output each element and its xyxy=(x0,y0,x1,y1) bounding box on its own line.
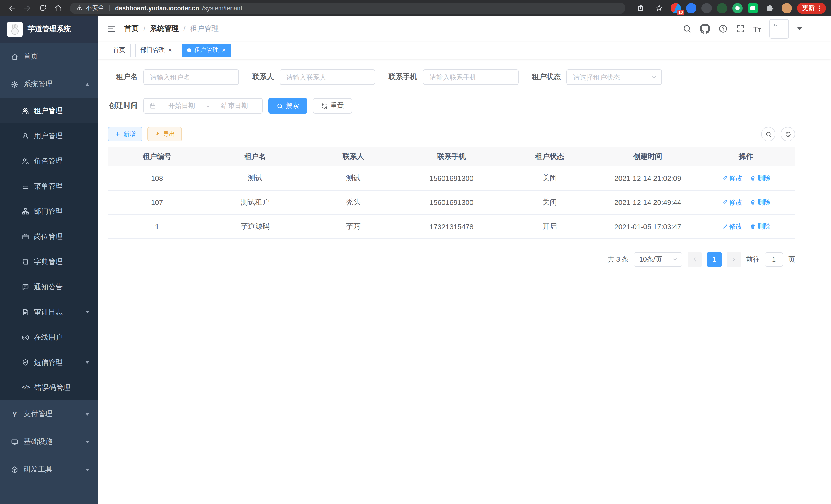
create-time-label: 创建时间 xyxy=(108,101,138,111)
extensions-puzzle-icon[interactable] xyxy=(763,1,776,14)
trash-icon xyxy=(749,175,756,181)
tab-home[interactable]: 首页 xyxy=(108,43,131,57)
security-label[interactable]: 不安全 xyxy=(86,4,104,12)
breadcrumb-system[interactable]: 系统管理 xyxy=(150,24,179,33)
caret-down-icon[interactable] xyxy=(797,27,802,30)
font-size-icon[interactable]: TT xyxy=(753,25,761,33)
table-row: 108 测试 测试 15601691300 关闭 2021-12-14 21:0… xyxy=(108,166,795,190)
date-range-picker[interactable]: 开始日期 - 结束日期 xyxy=(143,98,263,114)
header-tenant-id: 租户编号 xyxy=(108,147,206,166)
cell-status: 关闭 xyxy=(500,166,599,190)
edit-pencil-icon xyxy=(721,223,727,229)
status-select[interactable] xyxy=(566,69,662,85)
edit-link[interactable]: 修改 xyxy=(721,173,742,183)
share-icon[interactable] xyxy=(634,1,647,14)
filter-status: 租户状态 xyxy=(532,69,662,85)
extension-icon-5[interactable] xyxy=(732,3,743,13)
refresh-icon[interactable] xyxy=(781,127,795,141)
status-label: 租户状态 xyxy=(532,72,561,82)
tenant-name-input[interactable] xyxy=(143,69,239,85)
delete-link[interactable]: 删除 xyxy=(749,222,771,231)
back-icon[interactable] xyxy=(5,1,19,14)
refresh-icon xyxy=(321,102,328,109)
sidebar-item-online-user[interactable]: 在线用户 xyxy=(0,325,98,350)
page-1-button[interactable]: 1 xyxy=(707,252,721,266)
browser-profile-avatar[interactable] xyxy=(782,3,792,13)
search-button[interactable]: 搜索 xyxy=(268,98,307,114)
help-icon[interactable] xyxy=(718,24,727,33)
tab-tenant[interactable]: 租户管理 × xyxy=(182,43,231,57)
status-select-input[interactable] xyxy=(566,69,662,85)
chevron-down-icon xyxy=(651,74,657,80)
reload-icon[interactable] xyxy=(36,1,49,14)
extension-icon-4[interactable] xyxy=(717,3,727,13)
sidebar-item-audit-log[interactable]: 审计日志 xyxy=(0,299,98,325)
close-icon[interactable]: × xyxy=(168,47,172,53)
user-avatar[interactable] xyxy=(769,19,789,38)
cell-tenant-id: 1 xyxy=(108,214,206,238)
sidebar-item-tenant[interactable]: 租户管理 xyxy=(0,98,98,123)
sidebar-item-error-code[interactable]: </> 错误码管理 xyxy=(0,375,98,400)
date-range-separator: - xyxy=(207,102,209,110)
extension-icon-5-core xyxy=(736,6,740,10)
extension-icon-6[interactable] xyxy=(748,3,758,13)
github-icon[interactable] xyxy=(700,24,710,34)
close-icon[interactable]: × xyxy=(222,47,226,53)
extension-icon-3[interactable] xyxy=(701,3,712,13)
edit-link[interactable]: 修改 xyxy=(721,198,742,207)
sidebar-item-user[interactable]: 用户管理 xyxy=(0,123,98,148)
sidebar-item-dict[interactable]: 字典管理 xyxy=(0,249,98,274)
sidebar-item-sms[interactable]: 短信管理 xyxy=(0,350,98,375)
search-icon[interactable] xyxy=(682,24,691,33)
sidebar-item-role[interactable]: 角色管理 xyxy=(0,148,98,174)
home-icon[interactable] xyxy=(51,1,65,14)
add-button[interactable]: 新增 xyxy=(108,127,142,141)
page-size-select[interactable]: 10条/页 xyxy=(634,252,683,266)
breadcrumb-separator: / xyxy=(183,25,185,33)
bookmark-star-icon[interactable] xyxy=(652,1,665,14)
sidebar-item-notice[interactable]: 通知公告 xyxy=(0,274,98,299)
extension-icon-1[interactable]: 10 xyxy=(671,3,681,13)
chevron-down-icon xyxy=(85,441,89,443)
export-button[interactable]: 导出 xyxy=(147,127,182,141)
kebab-menu-icon xyxy=(816,4,823,11)
cell-contact: 测试 xyxy=(304,166,402,190)
chevron-down-icon xyxy=(85,468,89,471)
sidebar-item-home[interactable]: 首页 xyxy=(0,42,98,70)
url-path[interactable]: /system/tenant xyxy=(202,4,242,11)
search-toggle-icon[interactable] xyxy=(761,127,775,141)
breadcrumb-home[interactable]: 首页 xyxy=(124,24,139,33)
table-header-row: 租户编号 租户名 联系人 联系手机 租户状态 创建时间 操作 xyxy=(108,147,795,166)
tab-dept[interactable]: 部门管理 × xyxy=(135,43,177,57)
goto-page-input[interactable] xyxy=(765,252,783,266)
active-tab-dot xyxy=(187,48,191,52)
app-logo[interactable]: 芋道管理系统 xyxy=(0,16,98,42)
extension-icon-2[interactable] xyxy=(686,3,696,13)
sidebar-item-devtools[interactable]: 研发工具 xyxy=(0,456,98,483)
next-page-button[interactable] xyxy=(727,252,741,266)
address-bar[interactable]: 不安全 dashboard.yudao.iocoder.cn/system/te… xyxy=(70,2,625,13)
browser-update-button[interactable]: 更新 xyxy=(797,2,826,13)
delete-link[interactable]: 删除 xyxy=(749,198,771,207)
reset-button[interactable]: 重置 xyxy=(313,98,352,114)
phone-input[interactable] xyxy=(423,69,519,85)
sidebar-item-menu[interactable]: 菜单管理 xyxy=(0,174,98,199)
sidebar-collapse-icon[interactable] xyxy=(107,24,116,33)
forward-icon[interactable] xyxy=(21,1,34,14)
delete-link[interactable]: 删除 xyxy=(749,173,771,183)
phone-label: 联系手机 xyxy=(389,72,417,82)
sidebar-item-payment[interactable]: ¥ 支付管理 xyxy=(0,400,98,428)
header-contact: 联系人 xyxy=(304,147,402,166)
sidebar-item-post[interactable]: 岗位管理 xyxy=(0,224,98,249)
cell-phone: 15601691300 xyxy=(402,190,500,214)
edit-link[interactable]: 修改 xyxy=(721,222,742,231)
contact-input[interactable] xyxy=(280,69,375,85)
prev-page-button[interactable] xyxy=(688,252,702,266)
sidebar-item-dept[interactable]: 部门管理 xyxy=(0,199,98,224)
fullscreen-icon[interactable] xyxy=(736,24,745,33)
screen: 不安全 dashboard.yudao.iocoder.cn/system/te… xyxy=(0,0,831,504)
sidebar-item-infra[interactable]: 基础设施 xyxy=(0,428,98,456)
url-host[interactable]: dashboard.yudao.iocoder.cn xyxy=(115,4,199,11)
goto-label: 前往 xyxy=(746,255,760,264)
sidebar-item-system[interactable]: 系统管理 xyxy=(0,70,98,98)
